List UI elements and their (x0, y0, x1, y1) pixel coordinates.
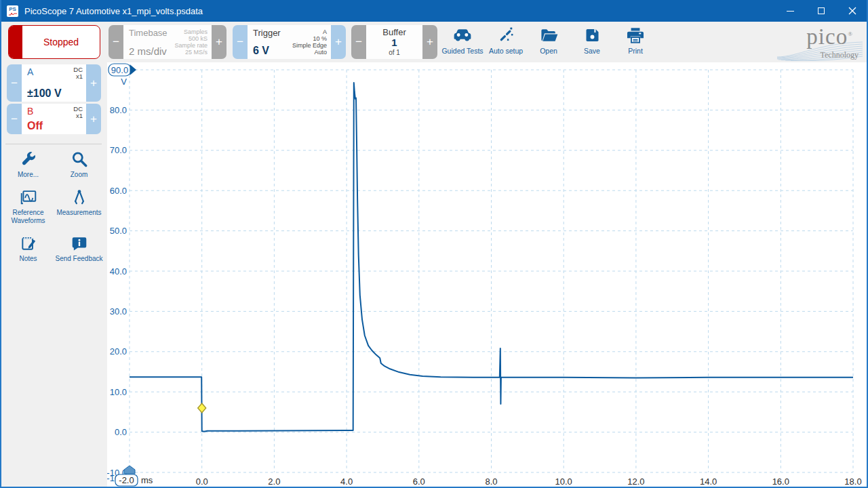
toolbar: Stopped − Timebase 2 ms/div Samples 500 … (0, 22, 868, 62)
channel-a-increase-button[interactable]: + (86, 64, 101, 102)
timebase-body[interactable]: Timebase 2 ms/div Samples 500 kS Sample … (123, 25, 212, 59)
y-tick-label: 60.0 (110, 186, 127, 196)
measurements-button[interactable]: Measurements (54, 188, 104, 225)
trigger-value: 6 V (253, 45, 281, 57)
zoom-label: Zoom (71, 171, 88, 179)
channel-b-probe: x1 (76, 112, 83, 119)
zoom-button[interactable]: Zoom (54, 150, 104, 179)
channel-b-range: Off (27, 120, 83, 132)
calipers-icon (71, 188, 88, 206)
pico-sub-text: Technology (821, 50, 859, 60)
buffer-next-button[interactable]: + (422, 25, 437, 59)
y-tick-label: 40.0 (110, 266, 127, 277)
open-folder-icon (539, 26, 559, 45)
timebase-decrease-button[interactable]: − (108, 25, 123, 59)
trigger-panel: − Trigger 6 V A 10 % Simple Edge Auto + (233, 25, 346, 59)
x-tick-label: 10.0 (555, 476, 572, 487)
waveform-plot[interactable]: 80.070.060.050.040.030.020.010.00.0-10.0… (107, 62, 867, 487)
start-stop-button[interactable]: Stopped (8, 25, 100, 59)
trigger-percent: 10 % (292, 35, 327, 42)
y-tick-label: 10.0 (110, 387, 127, 397)
x-axis-unit: ms (141, 475, 153, 485)
save-button[interactable]: Save (572, 26, 612, 60)
window-controls (774, 0, 868, 22)
timebase-increase-button[interactable]: + (212, 25, 226, 59)
send-feedback-label: Send Feedback (55, 255, 102, 263)
x-tick-label: 4.0 (340, 476, 353, 487)
channel-a-body[interactable]: A DCx1 ±100 V (22, 64, 86, 102)
trigger-marker-icon[interactable] (198, 403, 206, 413)
y-tick-label: 50.0 (110, 226, 127, 236)
printer-icon (626, 26, 645, 45)
print-button[interactable]: Print (616, 26, 655, 60)
channel-b-increase-button[interactable]: + (86, 104, 101, 134)
x-tick-label: 14.0 (700, 476, 717, 487)
buffer-value: 1 (391, 37, 397, 47)
auto-setup-label: Auto setup (489, 47, 523, 55)
reference-waveforms-label: Reference Waveforms (3, 209, 54, 225)
pico-technology-logo: pico® Technology (777, 23, 863, 61)
sample-rate-value: 25 MS/s (174, 49, 208, 56)
more-button[interactable]: More... (3, 150, 54, 179)
channel-b-body[interactable]: B DCx1 Off (22, 104, 86, 134)
y-axis-arrow-icon[interactable] (130, 64, 137, 75)
channel-a-range: ±100 V (27, 87, 83, 100)
minimize-icon[interactable] (774, 0, 806, 22)
x-tick-label: 18.0 (844, 476, 861, 487)
x-tick-label: 6.0 (413, 476, 425, 487)
reference-waveforms-button[interactable]: Reference Waveforms (3, 188, 54, 225)
wrench-icon (20, 150, 37, 168)
reference-waveforms-icon (20, 188, 37, 206)
app-logo-text: PS (9, 7, 16, 12)
notes-button[interactable]: Notes (3, 235, 54, 263)
buffer-previous-button[interactable]: − (351, 25, 366, 59)
trigger-increase-button[interactable]: + (331, 25, 346, 59)
timebase-value: 2 ms/div (129, 45, 167, 57)
send-feedback-button[interactable]: Send Feedback (54, 235, 104, 263)
close-icon[interactable] (837, 0, 868, 22)
stopped-label: Stopped (22, 37, 100, 47)
maximize-icon[interactable] (806, 0, 837, 22)
car-icon (452, 26, 473, 45)
x-tick-label: 8.0 (485, 476, 497, 487)
app-window: PS PicoScope 7 Automotive x1_mpi_volts.p… (0, 0, 868, 488)
samples-label: Samples (174, 28, 208, 35)
x-tick-label: 0.0 (196, 476, 208, 487)
samples-value: 500 kS (174, 35, 208, 42)
notes-label: Notes (19, 255, 37, 263)
sidebar: − A DCx1 ±100 V + − B DCx1 Off + (0, 62, 107, 487)
y-axis-flag-label: 90.0 (111, 65, 128, 75)
channel-a-panel: − A DCx1 ±100 V + (7, 64, 101, 102)
x-tick-label: 12.0 (627, 476, 644, 487)
sidebar-divider (5, 144, 102, 144)
save-label: Save (584, 47, 600, 55)
y-tick-label: 80.0 (110, 105, 127, 115)
buffer-body[interactable]: Buffer 1 of 1 (366, 25, 422, 59)
open-button[interactable]: Open (529, 26, 568, 60)
y-tick-label: 30.0 (110, 306, 127, 317)
y-tick-label: 70.0 (110, 145, 127, 155)
pico-brand-text: pico® (806, 23, 853, 48)
trigger-body[interactable]: Trigger 6 V A 10 % Simple Edge Auto (248, 25, 331, 59)
magic-wand-icon (496, 26, 515, 45)
x-tick-label: 2.0 (268, 476, 280, 487)
timebase-label: Timebase (129, 28, 167, 38)
y-axis-unit: V (121, 77, 127, 87)
trigger-label: Trigger (253, 28, 281, 38)
y-tick-label: 0.0 (115, 427, 127, 437)
more-label: More... (18, 171, 39, 179)
print-label: Print (628, 47, 643, 55)
scope-view[interactable]: 80.070.060.050.040.030.020.010.00.0-10.0… (107, 62, 867, 487)
trigger-type: Auto (292, 49, 327, 56)
guided-tests-button[interactable]: Guided Tests (439, 26, 486, 60)
channel-b-decrease-button[interactable]: − (7, 104, 22, 134)
trigger-decrease-button[interactable]: − (233, 25, 248, 59)
titlebar: PS PicoScope 7 Automotive x1_mpi_volts.p… (0, 0, 868, 22)
notepad-icon (20, 235, 37, 252)
channel-a-decrease-button[interactable]: − (7, 64, 22, 102)
channel-a-name: A (27, 66, 33, 80)
feedback-bubble-icon (71, 235, 88, 252)
sample-rate-label: Sample rate (174, 42, 208, 49)
auto-setup-button[interactable]: Auto setup (484, 26, 528, 60)
save-floppy-icon (583, 26, 601, 45)
